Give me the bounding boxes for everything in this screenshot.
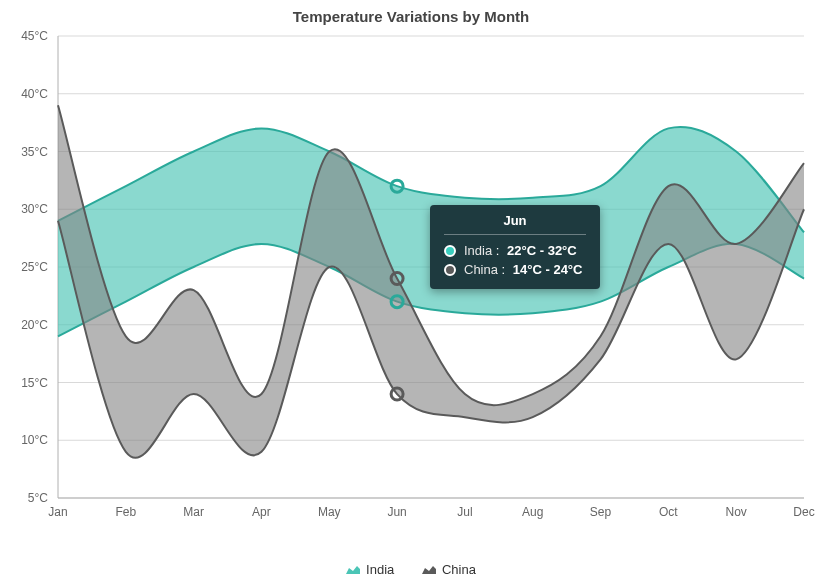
tooltip-row-india: India : 22°C - 32°C xyxy=(444,241,586,260)
chart-tooltip: Jun India : 22°C - 32°C China : 14°C - 2… xyxy=(430,205,600,289)
svg-text:Sep: Sep xyxy=(590,505,612,519)
tooltip-label-china: China xyxy=(464,262,498,277)
legend-item-india[interactable]: India xyxy=(346,562,394,577)
svg-text:40°C: 40°C xyxy=(21,87,48,101)
svg-text:Jun: Jun xyxy=(387,505,406,519)
svg-text:Jan: Jan xyxy=(48,505,67,519)
tooltip-value-china: 14°C - 24°C xyxy=(513,262,583,277)
area-icon xyxy=(422,564,436,574)
svg-text:Apr: Apr xyxy=(252,505,271,519)
tooltip-row-china: China : 14°C - 24°C xyxy=(444,260,586,279)
tooltip-dot-india xyxy=(444,245,456,257)
tooltip-dot-china xyxy=(444,264,456,276)
svg-text:15°C: 15°C xyxy=(21,376,48,390)
tooltip-value-india: 22°C - 32°C xyxy=(507,243,577,258)
chart-plot-area[interactable]: 5°C10°C15°C20°C25°C30°C35°C40°C45°CJanFe… xyxy=(0,28,822,528)
legend-label-china: China xyxy=(442,562,476,577)
svg-text:Feb: Feb xyxy=(115,505,136,519)
svg-text:Oct: Oct xyxy=(659,505,678,519)
svg-text:25°C: 25°C xyxy=(21,260,48,274)
svg-text:Nov: Nov xyxy=(726,505,747,519)
svg-text:5°C: 5°C xyxy=(28,491,48,505)
tooltip-title: Jun xyxy=(444,213,586,235)
svg-text:Jul: Jul xyxy=(457,505,472,519)
area-icon xyxy=(346,564,360,574)
chart-title: Temperature Variations by Month xyxy=(0,0,822,25)
svg-text:35°C: 35°C xyxy=(21,145,48,159)
legend-item-china[interactable]: China xyxy=(422,562,476,577)
svg-text:Dec: Dec xyxy=(793,505,814,519)
svg-text:20°C: 20°C xyxy=(21,318,48,332)
svg-text:30°C: 30°C xyxy=(21,202,48,216)
svg-text:Aug: Aug xyxy=(522,505,543,519)
chart-legend: India China xyxy=(0,562,822,578)
tooltip-label-india: India xyxy=(464,243,492,258)
legend-label-india: India xyxy=(366,562,394,577)
svg-text:10°C: 10°C xyxy=(21,433,48,447)
svg-text:Mar: Mar xyxy=(183,505,204,519)
svg-text:May: May xyxy=(318,505,341,519)
svg-text:45°C: 45°C xyxy=(21,29,48,43)
